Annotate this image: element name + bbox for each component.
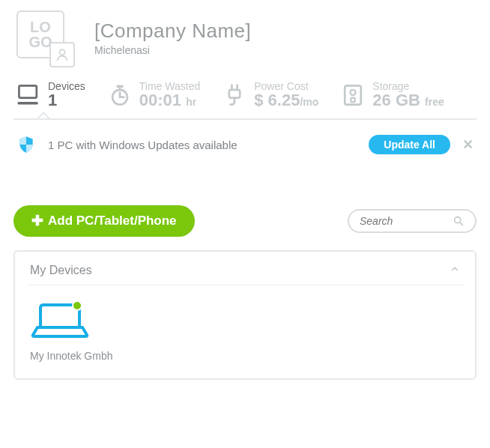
stat-devices[interactable]: Devices 1 (15, 81, 85, 109)
laptop-icon (30, 296, 90, 341)
stat-storage[interactable]: Storage 26 GB free (339, 81, 444, 109)
update-all-button[interactable]: Update All (369, 135, 450, 154)
search-input[interactable] (360, 215, 447, 227)
add-device-label: Add PC/Tablet/Phone (48, 214, 177, 228)
storage-icon (339, 82, 366, 109)
svg-rect-4 (116, 85, 123, 88)
stat-power[interactable]: Power Cost $ 6.25/mo (221, 81, 318, 109)
device-name: My Innotek Gmbh (30, 350, 127, 362)
stat-power-value: $ 6.25 (254, 91, 300, 109)
close-icon[interactable]: ✕ (462, 136, 474, 153)
stat-time-unit: hr (186, 96, 196, 108)
stat-power-unit: /mo (300, 96, 318, 108)
logo-text-2: GO (28, 34, 52, 49)
monitor-icon (15, 82, 42, 109)
devices-panel-header[interactable]: My Devices (15, 252, 475, 285)
avatar[interactable] (49, 42, 75, 67)
svg-rect-1 (19, 85, 36, 97)
devices-panel-title: My Devices (30, 264, 92, 277)
svg-rect-8 (229, 90, 240, 98)
logo: LO GO (13, 7, 81, 67)
svg-point-0 (60, 49, 65, 55)
svg-rect-2 (18, 102, 38, 105)
svg-point-12 (351, 90, 356, 95)
logo-text-1: LO (30, 19, 51, 34)
stats-divider (13, 118, 477, 120)
notification-text: 1 PC with Windows Updates available (48, 139, 369, 151)
user-icon (55, 47, 70, 62)
plug-icon (221, 82, 248, 109)
header: LO GO [Company Name] Michelenasi (13, 7, 477, 67)
company-name: [Company Name] (94, 19, 251, 43)
timer-icon (106, 82, 133, 109)
devices-panel: My Devices My Innotek Gmbh (13, 250, 477, 380)
search-icon (453, 215, 465, 227)
svg-rect-13 (351, 98, 355, 102)
action-row: ✚ Add PC/Tablet/Phone (13, 205, 477, 237)
stat-time-label: Time Wasted (139, 81, 200, 91)
stat-storage-value: 26 GB (372, 91, 420, 109)
stat-time[interactable]: Time Wasted 00:01 hr (106, 81, 200, 109)
svg-line-17 (460, 223, 462, 225)
notification-bar: 1 PC with Windows Updates available Upda… (13, 123, 477, 166)
stat-storage-unit: free (425, 96, 444, 108)
stat-time-value: 00:01 (139, 91, 181, 109)
shield-icon (16, 135, 36, 154)
user-name: Michelenasi (94, 44, 251, 56)
status-online-dot (73, 301, 82, 310)
stat-power-label: Power Cost (254, 81, 318, 91)
stat-devices-label: Devices (48, 81, 85, 91)
add-device-button[interactable]: ✚ Add PC/Tablet/Phone (13, 205, 195, 237)
chevron-up-icon (450, 264, 460, 277)
search-box[interactable] (348, 209, 477, 233)
stat-storage-label: Storage (372, 81, 444, 91)
stats-row: Devices 1 Time Wasted 00:01 hr Power Cos… (13, 78, 477, 118)
device-tile[interactable]: My Innotek Gmbh (30, 296, 127, 362)
stat-devices-value: 1 (48, 91, 85, 109)
devices-panel-body: My Innotek Gmbh (15, 285, 475, 378)
